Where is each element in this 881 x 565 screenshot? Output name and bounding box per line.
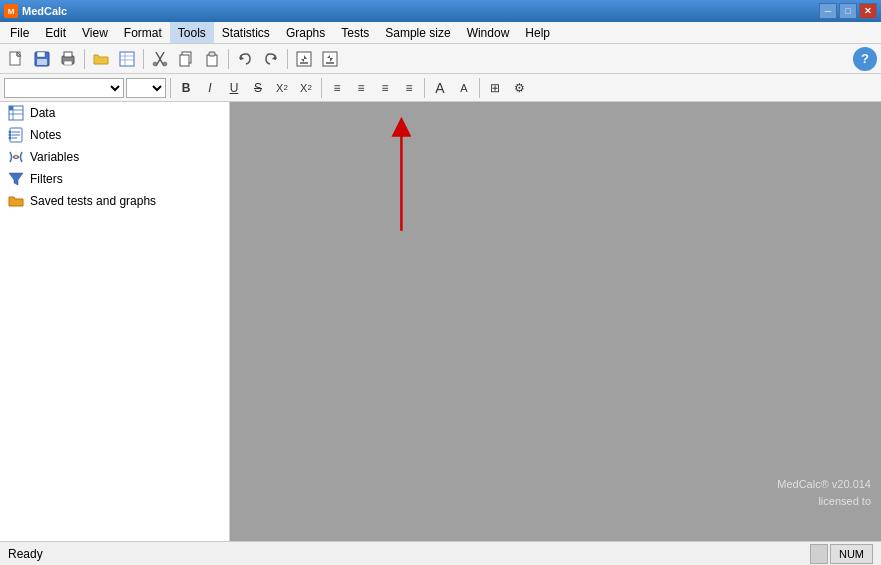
- help-button[interactable]: ?: [853, 47, 877, 71]
- menu-format[interactable]: Format: [116, 22, 170, 43]
- svg-marker-39: [9, 173, 23, 185]
- svg-rect-3: [37, 52, 45, 57]
- svg-rect-9: [120, 52, 134, 66]
- align-right-button[interactable]: ≡: [374, 77, 396, 99]
- align-left-button[interactable]: ≡: [326, 77, 348, 99]
- sidebar-item-notes[interactable]: Notes: [0, 124, 229, 146]
- sidebar-item-saved[interactable]: Saved tests and graphs: [0, 190, 229, 212]
- subscript-button[interactable]: X2: [271, 77, 293, 99]
- app-icon: M: [4, 4, 18, 18]
- justify-button[interactable]: ≡: [398, 77, 420, 99]
- undo-button[interactable]: [233, 47, 257, 71]
- format-separator-3: [424, 78, 425, 98]
- svg-rect-18: [209, 52, 215, 56]
- menu-sample-size[interactable]: Sample size: [377, 22, 458, 43]
- superscript-button[interactable]: X2: [295, 77, 317, 99]
- svg-rect-31: [9, 106, 13, 110]
- font-select[interactable]: [4, 78, 124, 98]
- close-button[interactable]: ✕: [859, 3, 877, 19]
- format-separator-1: [170, 78, 171, 98]
- menu-file[interactable]: File: [2, 22, 37, 43]
- paste-button[interactable]: [200, 47, 224, 71]
- separator-1: [84, 49, 85, 69]
- sidebar-item-variables-label: Variables: [30, 150, 79, 164]
- maximize-button[interactable]: □: [839, 3, 857, 19]
- sidebar-item-notes-label: Notes: [30, 128, 61, 142]
- new-button[interactable]: [4, 47, 28, 71]
- watermark-version: MedCalc® v20.014: [777, 476, 871, 494]
- watermark: MedCalc® v20.014 licensed to: [777, 476, 871, 511]
- strikethrough-button[interactable]: S: [247, 77, 269, 99]
- format-separator-2: [321, 78, 322, 98]
- menu-graphs[interactable]: Graphs: [278, 22, 333, 43]
- svg-marker-40: [9, 197, 23, 206]
- svg-rect-17: [207, 55, 217, 66]
- import-button[interactable]: [292, 47, 316, 71]
- status-num-indicator: NUM: [830, 544, 873, 564]
- minimize-button[interactable]: ─: [819, 3, 837, 19]
- main-area: Data Notes: [0, 102, 881, 541]
- open-button[interactable]: [89, 47, 113, 71]
- svg-point-37: [9, 134, 12, 137]
- status-empty-indicator: [810, 544, 828, 564]
- italic-button[interactable]: I: [199, 77, 221, 99]
- menu-edit[interactable]: Edit: [37, 22, 74, 43]
- increase-font-button[interactable]: A: [429, 77, 451, 99]
- menu-help[interactable]: Help: [517, 22, 558, 43]
- spreadsheet-button[interactable]: [115, 47, 139, 71]
- cut-button[interactable]: [148, 47, 172, 71]
- font-size-select[interactable]: [126, 78, 166, 98]
- notes-icon: [8, 127, 24, 143]
- svg-point-36: [9, 131, 12, 134]
- bold-button[interactable]: B: [175, 77, 197, 99]
- status-bar: Ready NUM: [0, 541, 881, 565]
- status-text: Ready: [8, 547, 43, 561]
- underline-button[interactable]: U: [223, 77, 245, 99]
- window-controls: ─ □ ✕: [819, 3, 877, 19]
- svg-point-38: [9, 137, 12, 140]
- app-title: MedCalc: [22, 5, 819, 17]
- svg-rect-4: [37, 59, 47, 65]
- svg-rect-16: [180, 55, 189, 66]
- data-icon: [8, 105, 24, 121]
- export-button[interactable]: [318, 47, 342, 71]
- format-separator-4: [479, 78, 480, 98]
- table-button[interactable]: ⊞: [484, 77, 506, 99]
- menu-bar: File Edit View Format Tools Statistics G…: [0, 22, 881, 44]
- svg-rect-6: [64, 52, 72, 57]
- svg-marker-8: [94, 55, 108, 64]
- sidebar-item-data-label: Data: [30, 106, 55, 120]
- status-indicators: NUM: [810, 544, 873, 564]
- redo-button[interactable]: [259, 47, 283, 71]
- menu-window[interactable]: Window: [459, 22, 518, 43]
- sidebar-item-data[interactable]: Data: [0, 102, 229, 124]
- decrease-font-button[interactable]: A: [453, 77, 475, 99]
- title-bar: M MedCalc ─ □ ✕: [0, 0, 881, 22]
- svg-point-14: [163, 62, 167, 66]
- toolbar: ?: [0, 44, 881, 74]
- svg-rect-7: [64, 61, 72, 65]
- separator-3: [228, 49, 229, 69]
- save-button[interactable]: [30, 47, 54, 71]
- print-button[interactable]: [56, 47, 80, 71]
- sidebar-item-variables[interactable]: Variables: [0, 146, 229, 168]
- menu-tests[interactable]: Tests: [333, 22, 377, 43]
- copy-button[interactable]: [174, 47, 198, 71]
- menu-tools[interactable]: Tools: [170, 22, 214, 43]
- separator-4: [287, 49, 288, 69]
- align-center-button[interactable]: ≡: [350, 77, 372, 99]
- svg-point-13: [153, 62, 157, 66]
- content-area: MedCalc® v20.014 licensed to: [230, 102, 881, 541]
- sidebar-item-saved-label: Saved tests and graphs: [30, 194, 156, 208]
- sidebar: Data Notes: [0, 102, 230, 541]
- watermark-license: licensed to: [777, 493, 871, 511]
- format-bar: B I U S X2 X2 ≡ ≡ ≡ ≡ A A ⊞ ⚙: [0, 74, 881, 102]
- filters-icon: [8, 171, 24, 187]
- variables-icon: [8, 149, 24, 165]
- saved-icon: [8, 193, 24, 209]
- menu-view[interactable]: View: [74, 22, 116, 43]
- sidebar-item-filters-label: Filters: [30, 172, 63, 186]
- format-extra-button[interactable]: ⚙: [508, 77, 530, 99]
- sidebar-item-filters[interactable]: Filters: [0, 168, 229, 190]
- menu-statistics[interactable]: Statistics: [214, 22, 278, 43]
